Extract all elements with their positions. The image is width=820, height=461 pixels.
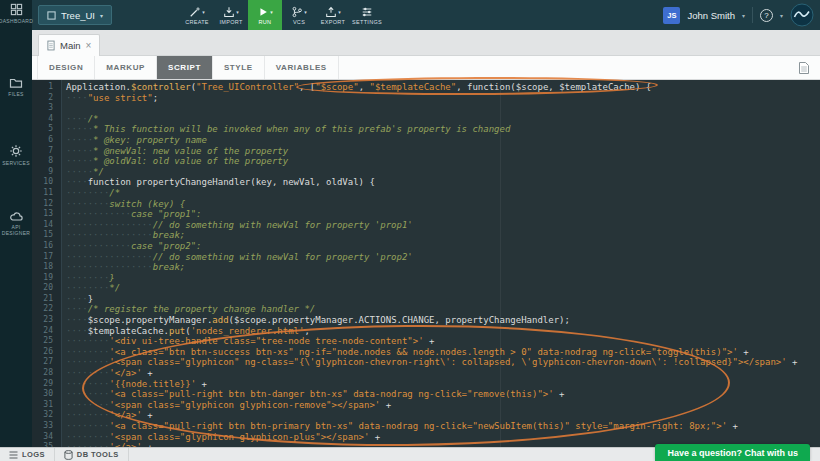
line-number: 19 [32, 273, 62, 284]
project-selector[interactable]: Tree_UI ▾ [38, 5, 112, 25]
code-line[interactable]: 23····$scope.propertyManager.add($scope.… [32, 315, 820, 326]
code-line[interactable]: 25········'<div ui-tree-handle class="tr… [32, 336, 820, 347]
code-line[interactable]: 26········'<a class="btn btn-success btn… [32, 347, 820, 358]
code-line[interactable]: 20········*/ [32, 283, 820, 294]
code-line[interactable]: 18················break; [32, 262, 820, 273]
tab-main[interactable]: Main × [38, 34, 100, 56]
code-line[interactable]: 6·····* @key: property name [32, 135, 820, 146]
line-number: 11 [32, 188, 62, 199]
line-number: 32 [32, 410, 62, 421]
line-number: 3 [32, 103, 62, 114]
user-menu[interactable]: John Smith [687, 10, 735, 21]
code-line[interactable]: 14················// do something with n… [32, 220, 820, 231]
project-cube-icon [47, 11, 56, 20]
line-number: 8 [32, 156, 62, 167]
sidebar-item-api-designer[interactable]: API DESIGNER [0, 210, 32, 236]
app-window: DASHBOARD FILES SERVICES API DESIGNER [0, 0, 820, 461]
db-tools-button[interactable]: DB TOOLS [55, 448, 129, 461]
code-line[interactable]: 1Application.$controller("Tree_UIControl… [32, 82, 820, 93]
line-number: 31 [32, 400, 62, 411]
toolbar-item-vcs[interactable]: ▾ VCS [282, 0, 316, 30]
line-number: 2 [32, 93, 62, 104]
chevron-down-icon: ▾ [338, 9, 341, 15]
tab-style[interactable]: STYLE [213, 56, 265, 79]
code-editor[interactable]: 1Application.$controller("Tree_UIControl… [32, 80, 820, 447]
code-line[interactable]: 21····} [32, 294, 820, 305]
document-icon [798, 61, 810, 75]
code-line[interactable]: 2····"use strict"; [32, 93, 820, 104]
tab-markup[interactable]: MARKUP [95, 56, 157, 79]
code-area[interactable]: 1Application.$controller("Tree_UIControl… [32, 80, 820, 447]
sidebar-item-label: API DESIGNER [0, 224, 32, 236]
code-line[interactable]: 17················// do something with n… [32, 252, 820, 263]
file-format-button[interactable] [798, 56, 810, 79]
folder-icon [9, 76, 23, 89]
tab-script[interactable]: SCRIPT [157, 56, 213, 79]
tab-strip: Main × [32, 30, 820, 56]
code-line[interactable]: 16············case "prop2": [32, 241, 820, 252]
line-number: 29 [32, 379, 62, 390]
line-number: 17 [32, 252, 62, 263]
divider [752, 7, 753, 23]
tab-design[interactable]: DESIGN [37, 56, 95, 79]
sidebar-item-services[interactable]: SERVICES [0, 144, 32, 166]
code-line[interactable]: 4····/* [32, 114, 820, 125]
sidebar-item-files[interactable]: FILES [0, 76, 32, 97]
code-line[interactable]: 33········'<a class="pull-right btn btn-… [32, 421, 820, 432]
play-icon [257, 6, 269, 18]
code-line[interactable]: 7·····* @newVal: new value of the proper… [32, 146, 820, 157]
line-number: 21 [32, 294, 62, 305]
sidebar-item-dashboard[interactable]: DASHBOARD [0, 3, 32, 24]
code-line[interactable]: 19········} [32, 273, 820, 284]
line-number: 24 [32, 326, 62, 337]
chat-button[interactable]: Have a question? Chat with us [655, 444, 810, 461]
code-line[interactable]: 10····function propertyChangeHandler(key… [32, 177, 820, 188]
line-number: 6 [32, 135, 62, 146]
branch-icon [291, 6, 303, 18]
toolbar-item-label: RUN [259, 19, 272, 25]
code-line[interactable]: 24····$templateCache.put('nodes_renderer… [32, 326, 820, 337]
wand-icon [189, 6, 201, 18]
code-line[interactable]: 28········'</a>' + [32, 368, 820, 379]
code-line[interactable]: 11········/* [32, 188, 820, 199]
code-line[interactable]: 31········'<span class="glyphicon glyphi… [32, 400, 820, 411]
tab-variables[interactable]: VARIABLES [265, 56, 339, 79]
database-icon [64, 450, 73, 460]
line-number: 26 [32, 347, 62, 358]
logs-button[interactable]: LOGS [0, 448, 55, 461]
line-number: 5 [32, 124, 62, 135]
code-line[interactable]: 3 [32, 103, 820, 114]
toolbar-item-export[interactable]: ▾ EXPORT [316, 0, 350, 30]
line-number: 22 [32, 304, 62, 315]
toolbar-item-import[interactable]: ▾ IMPORT [214, 0, 248, 30]
code-line[interactable]: 5·····* This function will be invoked wh… [32, 124, 820, 135]
toolbar-item-run[interactable]: ▾ RUN [248, 0, 282, 30]
close-icon[interactable]: × [86, 41, 92, 51]
line-number: 23 [32, 315, 62, 326]
db-tools-label: DB TOOLS [77, 450, 119, 459]
code-line[interactable]: 13············case "prop1": [32, 209, 820, 220]
line-number: 15 [32, 230, 62, 241]
line-number: 10 [32, 177, 62, 188]
code-line[interactable]: 9·····*/ [32, 167, 820, 178]
code-line[interactable]: 29········'{{node.title}}' + [32, 379, 820, 390]
help-button[interactable]: ? [760, 9, 773, 22]
code-line[interactable]: 34········'<span class="glyphicon glyphi… [32, 432, 820, 443]
code-line[interactable]: 22····/* register the property change ha… [32, 304, 820, 315]
code-line[interactable]: 15················break; [32, 230, 820, 241]
code-line[interactable]: 8·····* @oldVal: old value of the proper… [32, 156, 820, 167]
chevron-down-icon: ▾ [202, 9, 205, 15]
code-line[interactable]: 27········'<span class="glyphicon" ng-cl… [32, 357, 820, 368]
code-line[interactable]: 32········'</a>' + [32, 410, 820, 421]
toolbar-item-create[interactable]: ▾ CREATE [180, 0, 214, 30]
chevron-down-icon: ▾ [742, 12, 745, 19]
toolbar-item-label: IMPORT [219, 19, 242, 25]
line-number: 30 [32, 389, 62, 400]
sliders-icon [361, 6, 373, 18]
line-number: 18 [32, 262, 62, 273]
line-number: 33 [32, 421, 62, 432]
code-line[interactable]: 30········'<a class="pull-right btn btn-… [32, 389, 820, 400]
chevron-down-icon: ▾ [304, 9, 307, 15]
code-line[interactable]: 12········switch (key) { [32, 199, 820, 210]
toolbar-item-settings[interactable]: SETTINGS [350, 0, 384, 30]
